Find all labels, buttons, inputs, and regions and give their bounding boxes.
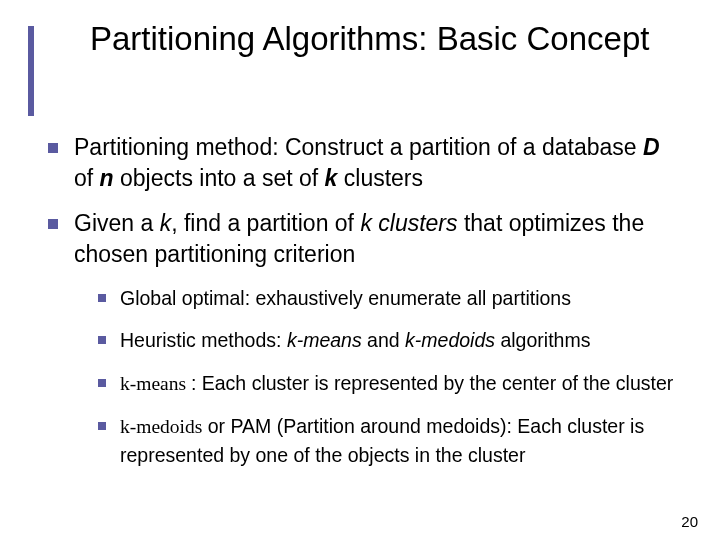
text: Given a	[74, 210, 160, 236]
text: Heuristic methods:	[120, 329, 287, 351]
text: : Each cluster is represented by the cen…	[191, 372, 673, 394]
sub-bullet-item: k-medoids or PAM (Partition around medoi…	[92, 412, 682, 470]
bullet-item: Given a k, find a partition of k cluster…	[42, 208, 682, 469]
text: algorithms	[495, 329, 590, 351]
bullet-item: Partitioning method: Construct a partiti…	[42, 132, 682, 194]
text: and	[362, 329, 405, 351]
var-k: k	[325, 165, 338, 191]
text: Global optimal: exhaustively enumerate a…	[120, 287, 571, 309]
slide-title: Partitioning Algorithms: Basic Concept	[50, 18, 649, 59]
var-n: n	[100, 165, 114, 191]
text: , find a partition of	[171, 210, 360, 236]
text: objects into a set of	[114, 165, 325, 191]
sub-bullet-list: Global optimal: exhaustively enumerate a…	[74, 284, 682, 469]
title-block: Partitioning Algorithms: Basic Concept	[28, 18, 692, 116]
text: clusters	[337, 165, 423, 191]
sub-bullet-item: Heuristic methods: k-means and k-medoids…	[92, 326, 682, 354]
text: of	[74, 165, 100, 191]
term-k-medoids: k-medoids	[405, 329, 495, 351]
term-k-medoids: k-medoids	[120, 416, 202, 437]
slide-body: Partitioning method: Construct a partiti…	[28, 116, 692, 470]
sub-bullet-item: Global optimal: exhaustively enumerate a…	[92, 284, 682, 312]
slide: Partitioning Algorithms: Basic Concept P…	[0, 0, 720, 540]
page-number: 20	[681, 513, 698, 530]
term-k-means: k-means	[287, 329, 362, 351]
term-k-clusters: k clusters	[360, 210, 464, 236]
bullet-list: Partitioning method: Construct a partiti…	[28, 132, 692, 470]
var-k: k	[160, 210, 172, 236]
term-k-means: k-means	[120, 373, 191, 394]
var-D: D	[643, 134, 660, 160]
text: Partitioning method: Construct a partiti…	[74, 134, 643, 160]
title-accent-bar	[28, 26, 34, 116]
sub-bullet-item: k-means : Each cluster is represented by…	[92, 369, 682, 398]
